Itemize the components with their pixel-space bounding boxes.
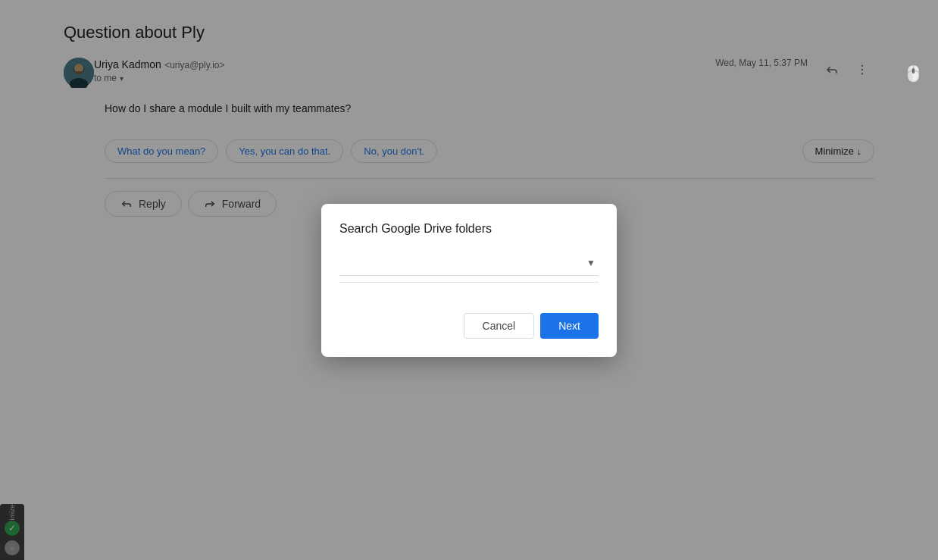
folder-select[interactable]	[339, 251, 599, 276]
folder-select-wrapper[interactable]: ▼	[339, 251, 599, 276]
modal-title: Search Google Drive folders	[339, 222, 599, 236]
modal-footer: Cancel Next	[339, 313, 599, 339]
modal-divider	[339, 282, 599, 283]
cancel-button[interactable]: Cancel	[464, 313, 535, 339]
next-button[interactable]: Next	[540, 313, 599, 339]
modal-overlay: Search Google Drive folders ▼ Cancel Nex…	[0, 0, 938, 560]
cursor-icon: 🖱️	[904, 64, 923, 83]
modal-dialog: Search Google Drive folders ▼ Cancel Nex…	[321, 204, 617, 357]
